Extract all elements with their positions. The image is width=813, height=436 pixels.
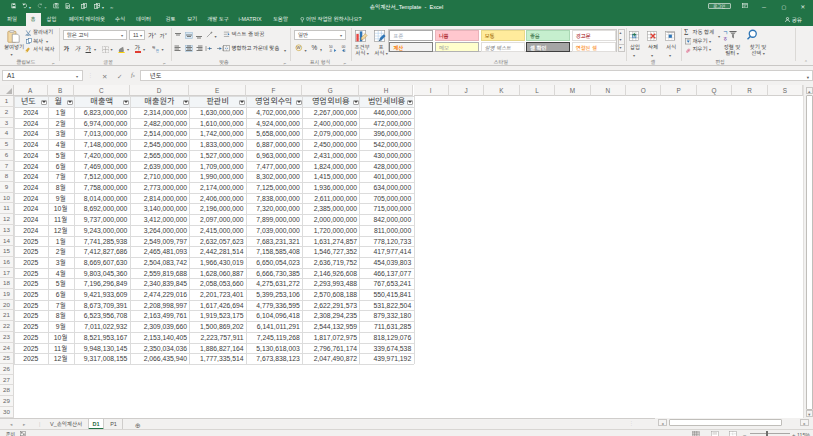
svg-text:W: W (296, 45, 300, 51)
svg-text:한: 한 (155, 49, 159, 54)
svg-text:백: 백 (152, 45, 155, 50)
svg-text:ㅎ: ㅎ (723, 33, 728, 41)
svg-text:.0: .0 (329, 48, 332, 53)
